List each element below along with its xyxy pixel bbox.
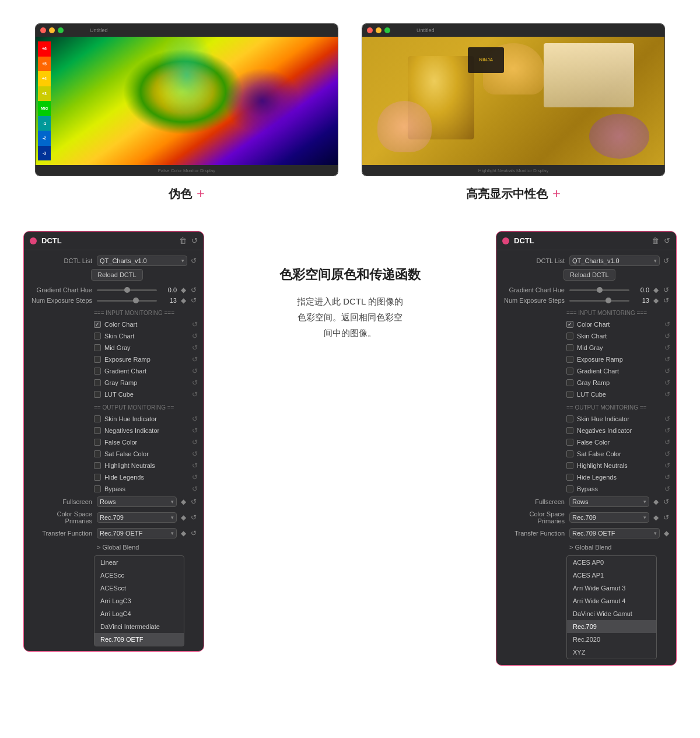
right-fullscreen-diamond[interactable]: ◆ xyxy=(652,498,660,506)
checkbox-4[interactable] xyxy=(566,462,573,469)
left-transfer-select[interactable]: Rec.709 OETF ▾ xyxy=(97,528,177,538)
dropdown-item-5[interactable]: DaVinci Intermediate xyxy=(94,620,184,633)
right-caption-plus[interactable]: + xyxy=(552,186,561,202)
left-refresh-icon[interactable]: ↺ xyxy=(191,236,198,245)
checkbox-6[interactable] xyxy=(566,391,573,398)
checkbox-1[interactable] xyxy=(94,427,101,434)
check-reset-0[interactable]: ↺ xyxy=(192,415,198,423)
left-transfer-refresh[interactable]: ↺ xyxy=(190,529,198,537)
checkbox-4[interactable] xyxy=(94,368,101,375)
left-fullscreen-select[interactable]: Rows ▾ xyxy=(97,496,177,507)
left-caption-plus[interactable]: + xyxy=(197,186,205,202)
checkbox-1[interactable] xyxy=(566,427,573,434)
dropdown-item-6[interactable]: Rec.709 OETF xyxy=(94,633,184,646)
left-global-blend-text[interactable]: > Global Blend xyxy=(97,544,139,551)
dropdown-item-1[interactable]: ACEScc xyxy=(94,569,184,582)
left-exposure-diamond[interactable]: ◆ xyxy=(179,296,187,305)
check-reset-2[interactable]: ↺ xyxy=(664,344,670,352)
left-dctl-list-refresh[interactable]: ↺ xyxy=(190,257,198,265)
dropdown-item-1[interactable]: ACES AP1 xyxy=(567,569,656,582)
checkbox-3[interactable] xyxy=(94,450,101,457)
checkbox-6[interactable] xyxy=(94,391,101,398)
checkbox-6[interactable] xyxy=(94,485,101,492)
right-fullscreen-refresh[interactable]: ↺ xyxy=(662,498,670,506)
checkbox-0[interactable] xyxy=(566,415,573,422)
left-fullscreen-dot[interactable] xyxy=(58,27,64,33)
left-exposure-refresh[interactable]: ↺ xyxy=(190,296,198,305)
left-dctl-list-select[interactable]: QT_Charts_v1.0 ▾ xyxy=(97,256,187,266)
right-gradient-refresh[interactable]: ↺ xyxy=(662,286,670,294)
check-reset-1[interactable]: ↺ xyxy=(192,332,198,340)
right-reload-btn[interactable]: Reload DCTL xyxy=(564,269,615,281)
check-reset-3[interactable]: ↺ xyxy=(192,450,198,458)
check-reset-2[interactable]: ↺ xyxy=(192,438,198,446)
check-reset-3[interactable]: ↺ xyxy=(664,450,670,458)
check-reset-6[interactable]: ↺ xyxy=(192,390,198,398)
right-minimize-dot[interactable] xyxy=(376,27,382,33)
check-reset-1[interactable]: ↺ xyxy=(664,332,670,340)
checkbox-0[interactable] xyxy=(94,321,101,328)
left-fullscreen-diamond[interactable]: ◆ xyxy=(179,498,187,506)
check-reset-0[interactable]: ↺ xyxy=(192,320,198,328)
check-reset-5[interactable]: ↺ xyxy=(664,379,670,387)
check-reset-5[interactable]: ↺ xyxy=(664,473,670,481)
dropdown-item-5[interactable]: Rec.709 xyxy=(567,620,656,633)
check-reset-1[interactable]: ↺ xyxy=(664,426,670,435)
checkbox-4[interactable] xyxy=(94,462,101,469)
check-reset-4[interactable]: ↺ xyxy=(664,461,670,470)
dropdown-item-0[interactable]: ACES AP0 xyxy=(567,556,656,569)
checkbox-5[interactable] xyxy=(566,474,573,481)
check-reset-0[interactable]: ↺ xyxy=(664,320,670,328)
checkbox-0[interactable] xyxy=(94,415,101,422)
check-reset-6[interactable]: ↺ xyxy=(664,390,670,398)
left-fullscreen-refresh[interactable]: ↺ xyxy=(190,498,198,506)
dropdown-item-6[interactable]: Rec.2020 xyxy=(567,633,656,646)
right-dctl-list-refresh[interactable]: ↺ xyxy=(662,257,670,265)
left-primaries-diamond[interactable]: ◆ xyxy=(179,513,187,522)
left-primaries-select[interactable]: Rec.709 ▾ xyxy=(97,512,177,523)
right-primaries-diamond[interactable]: ◆ xyxy=(652,513,660,522)
checkbox-2[interactable] xyxy=(94,344,101,351)
right-fullscreen-select[interactable]: Rows ▾ xyxy=(569,496,649,507)
check-reset-6[interactable]: ↺ xyxy=(192,485,198,493)
right-close-dot[interactable] xyxy=(367,27,373,33)
right-global-blend-text[interactable]: > Global Blend xyxy=(569,544,611,551)
checkbox-3[interactable] xyxy=(94,356,101,363)
checkbox-1[interactable] xyxy=(566,333,573,340)
left-gradient-slider[interactable] xyxy=(97,289,157,291)
right-dctl-list-select[interactable]: QT_Charts_v1.0 ▾ xyxy=(569,256,660,266)
right-exposure-diamond[interactable]: ◆ xyxy=(652,296,660,305)
check-reset-2[interactable]: ↺ xyxy=(664,438,670,446)
checkbox-5[interactable] xyxy=(566,379,573,386)
right-transfer-diamond[interactable]: ◆ xyxy=(662,529,670,537)
checkbox-0[interactable] xyxy=(566,321,573,328)
left-gradient-diamond[interactable]: ◆ xyxy=(179,286,187,294)
dropdown-item-2[interactable]: ACEScct xyxy=(94,582,184,594)
right-exposure-slider[interactable] xyxy=(569,300,629,302)
check-reset-1[interactable]: ↺ xyxy=(192,426,198,435)
checkbox-6[interactable] xyxy=(566,485,573,492)
checkbox-3[interactable] xyxy=(566,450,573,457)
right-fullscreen-dot[interactable] xyxy=(384,27,390,33)
checkbox-1[interactable] xyxy=(94,333,101,340)
checkbox-2[interactable] xyxy=(94,439,101,446)
left-close-dot[interactable] xyxy=(40,27,46,33)
dropdown-item-4[interactable]: Arri LogC4 xyxy=(94,607,184,620)
check-reset-3[interactable]: ↺ xyxy=(192,355,198,363)
left-transfer-diamond[interactable]: ◆ xyxy=(179,529,187,537)
dropdown-item-2[interactable]: Arri Wide Gamut 3 xyxy=(567,582,656,594)
checkbox-4[interactable] xyxy=(566,368,573,375)
check-reset-5[interactable]: ↺ xyxy=(192,379,198,387)
left-gradient-refresh[interactable]: ↺ xyxy=(190,286,198,294)
left-primaries-refresh[interactable]: ↺ xyxy=(190,513,198,522)
checkbox-2[interactable] xyxy=(566,344,573,351)
check-reset-0[interactable]: ↺ xyxy=(664,415,670,423)
dropdown-item-3[interactable]: Arri Wide Gamut 4 xyxy=(567,594,656,607)
check-reset-4[interactable]: ↺ xyxy=(192,367,198,375)
left-reload-btn[interactable]: Reload DCTL xyxy=(91,269,143,281)
right-gradient-slider[interactable] xyxy=(569,289,629,291)
checkbox-5[interactable] xyxy=(94,474,101,481)
right-trash-icon[interactable]: 🗑 xyxy=(652,236,659,245)
checkbox-5[interactable] xyxy=(94,379,101,386)
check-reset-5[interactable]: ↺ xyxy=(192,473,198,481)
